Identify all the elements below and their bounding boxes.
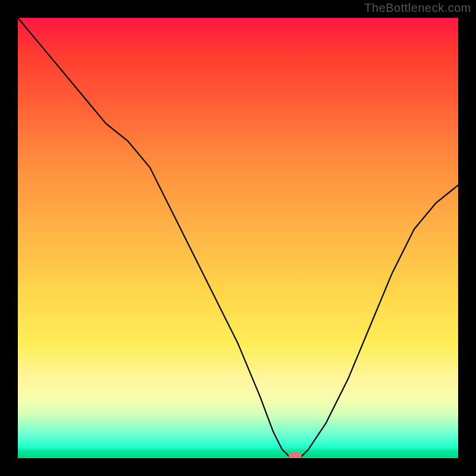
bottleneck-curve [18, 18, 458, 458]
watermark-text: TheBottleneck.com [364, 1, 471, 15]
plot-area [18, 18, 458, 458]
optimum-marker [289, 452, 302, 458]
chart-frame: TheBottleneck.com [0, 0, 476, 476]
